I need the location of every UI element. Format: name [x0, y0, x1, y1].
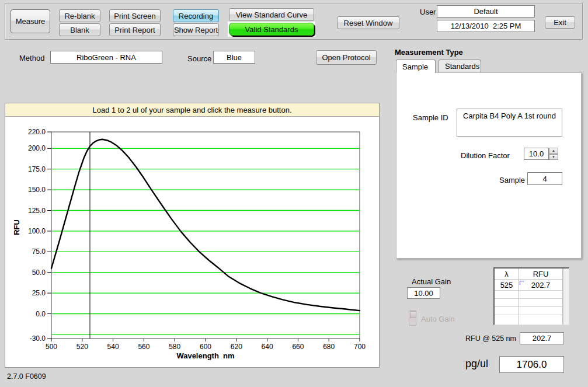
svg-text:660: 660 — [292, 343, 304, 351]
chart-container: Load 1 to 2 ul of your sample and click … — [5, 103, 380, 368]
svg-text:25.0: 25.0 — [32, 289, 46, 297]
svg-text:100.0: 100.0 — [28, 227, 46, 235]
svg-text:640: 640 — [262, 343, 273, 351]
dilution-factor-input[interactable]: 10.0 — [524, 148, 549, 160]
svg-text:0.0: 0.0 — [36, 310, 46, 318]
instruction-banner: Load 1 to 2 ul of your sample and click … — [5, 103, 379, 117]
table-row — [495, 291, 563, 299]
actual-gain-field[interactable]: 10.00 — [407, 287, 440, 299]
valid-standards-indicator-backing: Valid Standards — [228, 22, 315, 37]
show-report-button[interactable]: Show Report — [173, 23, 219, 36]
dilution-factor-stepper: ▲ ▼ — [549, 148, 558, 160]
sample-number-label: Sample # — [499, 176, 531, 184]
recording-button[interactable]: Recording — [173, 9, 219, 22]
toggle-thumb-icon — [410, 311, 416, 318]
sample-number-input[interactable]: 4 — [527, 172, 562, 185]
tab-standards[interactable]: Standards — [439, 60, 481, 72]
measure-button[interactable]: Measure — [11, 9, 50, 33]
svg-text:580: 580 — [169, 343, 180, 351]
svg-text:540: 540 — [107, 343, 119, 351]
sample-id-input[interactable]: Carpita B4 Poly A 1st round — [457, 109, 562, 137]
svg-text:700: 700 — [354, 343, 366, 351]
source-label: Source — [187, 54, 211, 63]
rfu-column-header: RFU — [519, 269, 563, 280]
svg-text:220.0: 220.0 — [28, 128, 46, 136]
concentration-unit-label: pg/ul — [465, 358, 488, 370]
x-axis-title: Wavelength nm — [51, 351, 360, 360]
table-row — [495, 315, 563, 325]
y-axis-title: RFU — [12, 218, 21, 238]
svg-text:620: 620 — [231, 343, 242, 351]
svg-text:75.0: 75.0 — [32, 247, 46, 256]
reblank-button[interactable]: Re-blank — [59, 9, 100, 22]
sample-tab-panel — [396, 72, 582, 259]
table-cell-rfu[interactable]: 202.7 — [519, 280, 563, 291]
svg-text:175.0: 175.0 — [28, 165, 46, 173]
svg-text:520: 520 — [76, 343, 88, 351]
table-cell-rfu[interactable] — [519, 299, 563, 307]
method-field[interactable]: RiboGreen - RNA — [50, 51, 162, 64]
svg-text:200.0: 200.0 — [28, 144, 46, 152]
reset-window-button[interactable]: Reset Window — [337, 16, 399, 29]
version-label: 2.7.0 F0609 — [7, 372, 46, 381]
user-label: User — [420, 8, 436, 16]
table-scrollbar[interactable] — [563, 269, 569, 325]
table-cell-lambda[interactable] — [495, 307, 519, 315]
print-report-button[interactable]: Print Report — [109, 23, 161, 36]
chevron-down-icon[interactable]: ▼ — [549, 154, 558, 161]
print-screen-button[interactable]: Print Screen — [109, 9, 161, 22]
tab-standards-label: Standards — [445, 62, 479, 71]
blank-button[interactable]: Blank — [59, 23, 100, 36]
table-cell-lambda[interactable] — [495, 315, 519, 325]
svg-text:600: 600 — [200, 343, 211, 351]
sample-id-value: Carpita B4 Poly A 1st round — [463, 111, 556, 120]
table-cell-lambda[interactable]: 525 — [495, 280, 519, 291]
datetime-field: 12/13/2010 2:25 PM — [437, 20, 535, 32]
view-standard-curve-button[interactable]: View Standard Curve — [229, 8, 314, 21]
svg-text:150.0: 150.0 — [28, 186, 46, 194]
spectrum-chart[interactable]: 220.0200.0175.0150.0125.0100.075.050.025… — [5, 117, 379, 367]
method-label: Method — [19, 54, 44, 62]
sample-id-label: Sample ID — [413, 113, 448, 122]
exit-button[interactable]: Exit — [545, 16, 575, 29]
results-table: λ RFU 525 202.7 — [493, 267, 569, 325]
concentration-field: 1706.0 — [499, 356, 564, 373]
tab-sample-label: Sample — [402, 62, 428, 71]
open-protocol-button[interactable]: Open Protocol — [316, 50, 377, 65]
source-field[interactable]: Blue — [213, 51, 255, 64]
actual-gain-label: Actual Gain — [412, 277, 451, 286]
chevron-up-icon[interactable]: ▲ — [549, 148, 558, 154]
svg-text:50.0: 50.0 — [32, 269, 46, 277]
lambda-column-header: λ — [495, 269, 519, 280]
svg-text:-30.0: -30.0 — [30, 334, 46, 343]
table-row: 525 202.7 — [495, 280, 563, 291]
table-header-row: λ RFU — [495, 269, 563, 280]
rfu-at-peak-field: 202.7 — [520, 332, 564, 344]
table-cell-rfu[interactable] — [519, 291, 563, 299]
dilution-factor-label: Dilution Factor — [461, 151, 510, 160]
user-field[interactable]: Default — [437, 5, 535, 18]
table-row — [495, 307, 563, 315]
tab-sample[interactable]: Sample — [396, 60, 436, 73]
instruction-text: Load 1 to 2 ul of your sample and click … — [92, 106, 291, 114]
cell-selection-icon — [520, 281, 524, 285]
auto-gain-label: Auto Gain — [421, 315, 455, 323]
measurement-type-title: Measurement Type — [395, 48, 463, 57]
table-cell-rfu[interactable] — [519, 307, 563, 315]
svg-text:125.0: 125.0 — [28, 207, 46, 215]
svg-text:680: 680 — [323, 343, 335, 351]
table-cell-lambda[interactable] — [495, 299, 519, 307]
rfu-at-peak-label: RFU @ 525 nm — [451, 334, 516, 343]
table-cell-lambda[interactable] — [495, 291, 519, 299]
svg-text:500: 500 — [46, 343, 57, 351]
table-cell-rfu[interactable] — [519, 315, 563, 325]
svg-text:560: 560 — [138, 343, 149, 351]
valid-standards-indicator[interactable]: Valid Standards — [229, 23, 314, 36]
table-row — [495, 299, 563, 307]
auto-gain-toggle[interactable] — [409, 310, 416, 326]
